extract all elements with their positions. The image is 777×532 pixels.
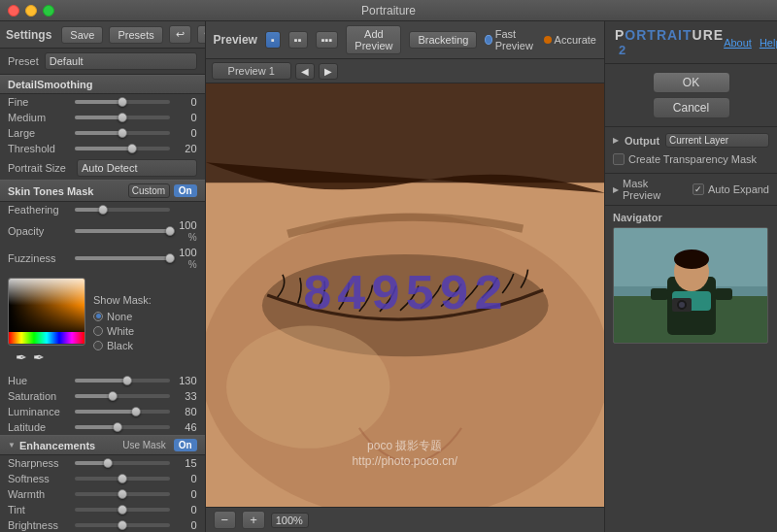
mask-preview-row[interactable]: ▶ Mask Preview ✓ Auto Expand	[605, 174, 777, 206]
zoom-out-button[interactable]: −	[214, 511, 237, 529]
white-radio-row[interactable]: White	[93, 325, 152, 337]
eyedropper-add-icon[interactable]: ✒	[16, 349, 27, 365]
large-slider-row: Large 0	[0, 125, 205, 141]
luminance-slider[interactable]	[75, 410, 170, 414]
auto-expand-checkbox[interactable]: ✓	[693, 183, 704, 195]
presets-button[interactable]: Presets	[109, 26, 162, 44]
redo-button[interactable]: ↪	[197, 25, 206, 44]
help-button[interactable]: Help	[760, 37, 777, 49]
split-view-button[interactable]: ▪▪	[288, 31, 308, 49]
zoom-select[interactable]: 100%	[271, 513, 309, 528]
undo-button[interactable]: ↩	[169, 25, 191, 44]
skin-preset-select[interactable]: Custom	[128, 183, 170, 198]
create-transparency-checkbox[interactable]	[613, 153, 625, 165]
about-button[interactable]: About	[724, 37, 752, 49]
softness-slider[interactable]	[75, 477, 170, 481]
traffic-lights	[8, 5, 54, 17]
auto-expand-label: Auto Expand	[708, 183, 769, 195]
medium-label: Medium	[8, 112, 71, 123]
brightness-slider[interactable]	[75, 523, 170, 527]
hue-slider[interactable]	[75, 379, 170, 382]
eyedropper-subtract-icon[interactable]: ✒	[33, 349, 45, 365]
saturation-slider-row: Saturation 33	[0, 388, 205, 404]
threshold-label: Threshold	[8, 143, 71, 154]
large-slider[interactable]	[75, 131, 170, 135]
fast-preview-option[interactable]: Fast Preview	[485, 28, 535, 51]
none-label: None	[107, 311, 132, 322]
portrait-size-select[interactable]: Auto Detect	[77, 159, 197, 177]
medium-slider[interactable]	[75, 116, 170, 119]
luminance-value: 80	[174, 406, 197, 417]
preview-label: Preview	[214, 33, 257, 47]
white-radio[interactable]	[93, 326, 103, 336]
create-transparency-row: Create Transparency Mask	[613, 151, 769, 167]
warmth-slider[interactable]	[75, 492, 170, 496]
none-radio-row[interactable]: None	[93, 311, 152, 322]
settings-label: Settings	[6, 28, 51, 42]
fuzziness-slider[interactable]	[75, 256, 170, 260]
center-panel: Preview ▪ ▪▪ ▪▪▪ Add Preview Bracketing …	[206, 21, 604, 532]
svg-point-11	[674, 249, 709, 269]
preview-tab-1[interactable]: Preview 1	[212, 62, 291, 80]
portraiture-title: PORTRAITURE	[615, 27, 724, 43]
minimize-button[interactable]	[25, 5, 37, 17]
triple-view-button[interactable]: ▪▪▪	[316, 31, 339, 49]
black-radio-row[interactable]: Black	[93, 340, 152, 351]
ok-button[interactable]: OK	[653, 72, 730, 93]
show-mask-label: Show Mask:	[93, 294, 152, 306]
none-radio[interactable]	[93, 312, 103, 321]
tint-label: Tint	[8, 504, 71, 515]
fine-slider[interactable]	[75, 100, 170, 104]
cancel-button[interactable]: Cancel	[653, 97, 730, 118]
threshold-slider[interactable]	[75, 147, 170, 150]
feathering-slider-row: Feathering	[0, 202, 205, 217]
add-preview-button[interactable]: Add Preview	[346, 25, 401, 54]
svg-rect-12	[651, 288, 668, 300]
hue-value: 130	[174, 375, 197, 386]
create-transparency-label: Create Transparency Mask	[628, 153, 757, 165]
window-title: Portraiture	[361, 4, 416, 17]
color-picker-area: ✒ ✒ Show Mask: None White Black	[0, 272, 205, 373]
feathering-slider[interactable]	[75, 208, 170, 212]
threshold-slider-row: Threshold 20	[0, 141, 205, 156]
output-select[interactable]: Current Layer	[665, 133, 769, 148]
bracketing-button[interactable]: Bracketing	[409, 31, 477, 49]
mask-preview-triangle-icon: ▶	[613, 185, 619, 194]
svg-point-16	[679, 302, 685, 308]
skin-tones-on-badge[interactable]: On	[174, 184, 197, 197]
threshold-value: 20	[174, 143, 197, 154]
opacity-slider[interactable]	[75, 229, 170, 233]
maximize-button[interactable]	[43, 5, 54, 17]
luminance-slider-row: Luminance 80	[0, 404, 205, 419]
warmth-value: 0	[174, 488, 197, 500]
prev-tab-button[interactable]: ◀	[295, 63, 315, 80]
fuzziness-label: Fuzziness	[8, 252, 71, 264]
tint-slider[interactable]	[75, 508, 170, 512]
fuzziness-slider-row: Fuzziness 100 %	[0, 245, 205, 272]
fine-slider-row: Fine 0	[0, 94, 205, 110]
tint-value: 0	[174, 504, 197, 515]
opacity-slider-row: Opacity 100 %	[0, 217, 205, 245]
preset-select[interactable]: Default	[45, 52, 197, 70]
single-view-button[interactable]: ▪	[265, 31, 281, 49]
enhancements-on-badge[interactable]: On	[174, 439, 197, 451]
save-button[interactable]: Save	[61, 26, 103, 44]
next-tab-button[interactable]: ▶	[319, 63, 338, 80]
fast-preview-label: Fast Preview	[495, 28, 536, 51]
sharpness-label: Sharpness	[8, 457, 71, 469]
close-button[interactable]	[8, 5, 19, 17]
saturation-label: Saturation	[8, 390, 71, 402]
accurate-label: Accurate	[555, 34, 596, 46]
zoom-in-button[interactable]: +	[242, 511, 265, 529]
settings-toolbar: Settings Save Presets ↩ ↪	[0, 21, 205, 49]
black-radio[interactable]	[93, 341, 103, 350]
color-swatch[interactable]	[8, 278, 85, 346]
sharpness-slider[interactable]	[75, 461, 170, 465]
output-triangle-icon: ▶	[613, 136, 619, 145]
saturation-slider[interactable]	[75, 394, 170, 398]
mask-preview-label: Mask Preview	[623, 178, 689, 201]
latitude-slider[interactable]	[75, 425, 170, 429]
accurate-option[interactable]: Accurate	[544, 34, 596, 46]
softness-slider-row: Softness 0	[0, 471, 205, 486]
brightness-slider-row: Brightness 0	[0, 517, 205, 532]
